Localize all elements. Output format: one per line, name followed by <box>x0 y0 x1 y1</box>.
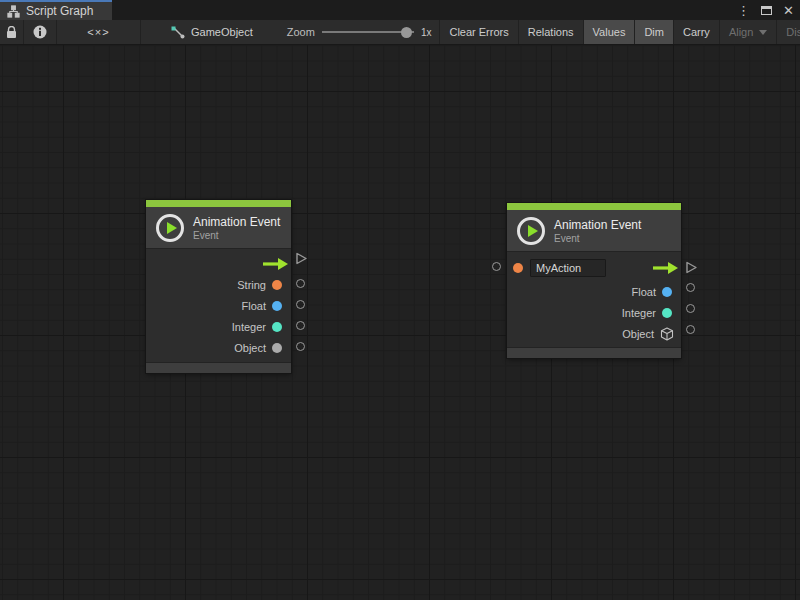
node-subtitle: Event <box>193 230 280 241</box>
node-body: String Float Integer Object <box>146 249 291 362</box>
lock-icon <box>6 26 17 39</box>
zoom-control: Zoom 1x <box>279 20 440 44</box>
clear-errors-button[interactable]: Clear Errors <box>439 20 518 44</box>
tab-label: Script Graph <box>26 4 93 18</box>
variables-button[interactable]: <×> <box>57 20 141 44</box>
title-bar: Script Graph ⋮ ✕ <box>0 0 800 20</box>
graph-icon <box>7 5 20 18</box>
toolbar-gap <box>141 20 163 44</box>
button-label: Align <box>729 26 753 38</box>
node-accent-bar <box>146 200 291 207</box>
exec-triangle-icon <box>685 261 698 274</box>
toolbar-gap <box>261 20 279 44</box>
port-row-string[interactable]: String <box>146 274 291 295</box>
data-connector-port[interactable] <box>686 325 695 334</box>
port-dot-string[interactable] <box>272 280 282 290</box>
exec-connector-port[interactable] <box>295 251 308 269</box>
exec-output-row[interactable] <box>146 253 291 274</box>
connection-icon <box>171 26 185 39</box>
node-footer <box>146 362 291 373</box>
port-row-integer[interactable]: Integer <box>507 302 681 323</box>
port-dot-object[interactable] <box>272 343 282 353</box>
align-dropdown[interactable]: Align <box>720 20 777 44</box>
port-dot-integer[interactable] <box>272 322 282 332</box>
data-connector-port[interactable] <box>686 304 695 313</box>
distribute-dropdown[interactable]: Distribute <box>777 20 800 44</box>
name-input[interactable] <box>530 259 606 277</box>
port-row-integer[interactable]: Integer <box>146 316 291 337</box>
menu-kebab-icon[interactable]: ⋮ <box>737 4 750 17</box>
gameobject-selector[interactable]: GameObject <box>163 20 261 44</box>
port-dot-float[interactable] <box>662 287 672 297</box>
data-connector-port[interactable] <box>296 279 305 288</box>
node-footer <box>507 347 681 358</box>
exec-output-port[interactable] <box>653 262 678 274</box>
port-label: Float <box>632 286 656 298</box>
data-connector-port[interactable] <box>686 283 695 292</box>
exec-triangle-icon <box>295 252 308 265</box>
string-input-connector-port[interactable] <box>492 262 501 271</box>
dim-button[interactable]: Dim <box>635 20 674 44</box>
port-label: Float <box>242 300 266 312</box>
data-connector-port[interactable] <box>296 321 305 330</box>
gameobject-label: GameObject <box>191 26 253 38</box>
play-triangle-icon <box>167 222 177 234</box>
values-button[interactable]: Values <box>584 20 636 44</box>
zoom-slider-handle[interactable] <box>401 27 412 38</box>
port-label: String <box>237 279 266 291</box>
close-icon[interactable]: ✕ <box>783 4 794 17</box>
exec-connector-port[interactable] <box>685 260 698 278</box>
port-label: Integer <box>622 307 656 319</box>
chevron-down-icon <box>759 30 767 35</box>
lock-button[interactable] <box>0 20 24 44</box>
maximize-icon[interactable] <box>761 6 772 15</box>
window-controls: ⋮ ✕ <box>737 0 794 20</box>
button-label: Clear Errors <box>449 26 508 38</box>
port-row-float[interactable]: Float <box>507 281 681 302</box>
carry-button[interactable]: Carry <box>674 20 720 44</box>
play-triangle-icon <box>528 225 538 237</box>
node-title: Animation Event <box>554 218 641 232</box>
button-label: Values <box>593 26 626 38</box>
relations-button[interactable]: Relations <box>519 20 584 44</box>
data-connector-port[interactable] <box>296 342 305 351</box>
cube-icon <box>660 327 674 341</box>
port-dot-integer[interactable] <box>662 308 672 318</box>
port-label: Integer <box>232 321 266 333</box>
port-dot-string[interactable] <box>513 263 523 273</box>
node-accent-bar <box>507 203 681 210</box>
port-row-float[interactable]: Float <box>146 295 291 316</box>
info-button[interactable] <box>24 20 57 44</box>
button-label: Relations <box>528 26 574 38</box>
node-animation-event-1[interactable]: Animation Event Event String Float <box>146 200 291 373</box>
node-header[interactable]: Animation Event Event <box>507 210 681 252</box>
graph-canvas[interactable]: Animation Event Event String Float <box>0 45 800 600</box>
zoom-label: Zoom <box>287 26 315 38</box>
button-label: Distribute <box>786 26 800 38</box>
node-title: Animation Event <box>193 215 280 229</box>
tab-script-graph[interactable]: Script Graph <box>0 0 112 20</box>
zoom-slider[interactable] <box>322 26 414 38</box>
button-label: Carry <box>683 26 710 38</box>
port-dot-float[interactable] <box>272 301 282 311</box>
zoom-level: 1x <box>421 27 432 38</box>
port-label: Object <box>622 328 654 340</box>
node-animation-event-2[interactable]: Animation Event Event Float <box>507 203 681 358</box>
node-subtitle: Event <box>554 233 641 244</box>
port-row-object[interactable]: Object <box>507 323 681 344</box>
variables-icon: <×> <box>87 26 109 38</box>
info-icon <box>33 25 47 39</box>
exec-arrow-icon <box>653 262 678 274</box>
string-input-row[interactable] <box>507 255 681 281</box>
script-graph-window: Script Graph ⋮ ✕ <×> <box>0 0 800 600</box>
node-body: Float Integer Object <box>507 252 681 347</box>
exec-arrow-icon <box>263 258 288 270</box>
graph-toolbar: <×> GameObject Zoom 1x Clear Errors Rela… <box>0 20 800 45</box>
button-label: Dim <box>644 26 664 38</box>
data-connector-port[interactable] <box>296 300 305 309</box>
play-icon <box>517 217 545 245</box>
play-icon <box>156 214 184 242</box>
port-row-object[interactable]: Object <box>146 337 291 358</box>
node-header[interactable]: Animation Event Event <box>146 207 291 249</box>
port-label: Object <box>234 342 266 354</box>
